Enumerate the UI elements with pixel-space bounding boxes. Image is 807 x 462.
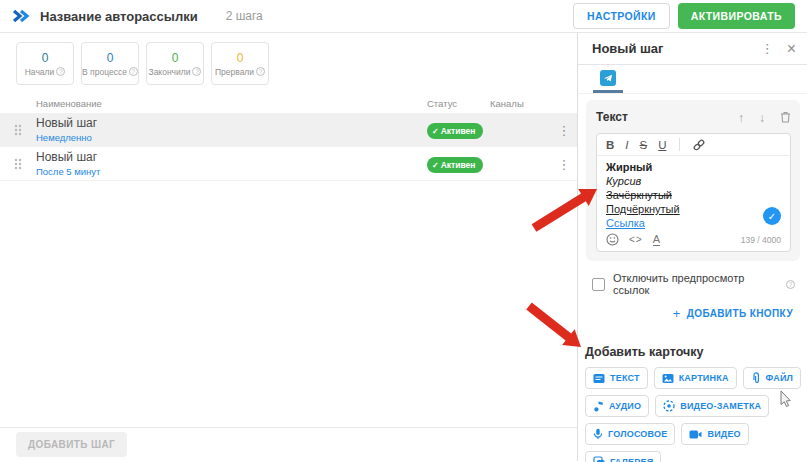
step-name: Новый шаг (36, 151, 427, 164)
plus-icon (673, 306, 681, 321)
info-icon[interactable] (192, 67, 201, 76)
bold-button[interactable]: B (606, 139, 614, 151)
saved-check-icon (763, 207, 781, 225)
chip-file[interactable]: ФАЙЛ (743, 367, 802, 389)
table-header: Наименование Статус Каналы (0, 93, 577, 113)
panel-menu-icon[interactable] (761, 44, 774, 54)
music-note-icon (593, 400, 604, 412)
step-editor-panel: Новый шаг Текст B (577, 33, 807, 461)
strikethrough-button[interactable]: S (640, 139, 648, 151)
editor-line-underline: Подчёркнутый (606, 202, 781, 216)
rich-text-editor[interactable]: B I S U Жирный Курсив Зачёркнутый Подчёр… (596, 133, 791, 252)
chip-video-note[interactable]: ВИДЕО-ЗАМЕТКА (655, 395, 769, 417)
stats-row: 0 Начали 0 В процессе 0 Закончили 0 Прер… (0, 33, 577, 93)
steps-list-area: 0 Начали 0 В процессе 0 Закончили 0 Прер… (0, 33, 577, 461)
char-counter: 139 / 4000 (741, 235, 781, 245)
stat-label: Начали (25, 67, 55, 77)
trash-icon[interactable] (780, 111, 791, 123)
column-status: Статус (427, 98, 490, 109)
step-schedule: Немедленно (36, 132, 427, 143)
panel-title: Новый шаг (592, 41, 761, 56)
step-name: Новый шаг (36, 117, 427, 130)
close-icon[interactable] (787, 43, 796, 55)
text-icon (593, 373, 605, 384)
activate-button[interactable]: АКТИВИРОВАТЬ (678, 3, 795, 29)
video-note-icon (663, 400, 675, 412)
settings-button[interactable]: НАСТРОЙКИ (573, 3, 670, 29)
stat-value: 0 (42, 51, 49, 65)
toolbar-divider (679, 138, 680, 151)
paperclip-icon (751, 372, 761, 384)
add-button-button[interactable]: ДОБАВИТЬ КНОПКУ (673, 306, 793, 321)
channel-tabs (578, 65, 807, 94)
check-icon (432, 160, 439, 170)
move-down-icon[interactable] (759, 108, 765, 126)
stat-card-in-progress: 0 В процессе (81, 42, 139, 85)
add-card-title: Добавить карточку (585, 345, 807, 359)
card-type-chips: ТЕКСТ КАРТИНКА ФАЙЛ АУДИО ВИДЕО-ЗАМЕТКА … (585, 367, 802, 462)
image-icon (662, 373, 674, 384)
stat-card-started: 0 Начали (16, 42, 74, 85)
editor-line-strikethrough: Зачёркнутый (606, 188, 781, 202)
editor-content[interactable]: Жирный Курсив Зачёркнутый Подчёркнутый С… (597, 156, 790, 231)
stat-value: 0 (107, 51, 114, 65)
info-icon[interactable] (256, 67, 265, 76)
card-title: Текст (596, 110, 738, 124)
row-menu-icon[interactable] (558, 157, 571, 172)
emoji-icon[interactable] (606, 233, 619, 246)
stat-label: Прервали (215, 67, 254, 77)
microphone-icon (593, 428, 603, 440)
telegram-icon (600, 70, 616, 86)
chip-video[interactable]: ВИДЕО (681, 423, 748, 445)
tab-telegram[interactable] (593, 65, 623, 93)
row-menu-icon[interactable] (558, 123, 571, 138)
editor-line-link[interactable]: Ссылка (606, 216, 781, 230)
gallery-icon (593, 456, 605, 462)
stat-label: В процессе (82, 67, 127, 77)
drag-handle-icon[interactable] (0, 124, 36, 136)
editor-bottom-bar: 139 / 4000 (597, 231, 790, 251)
page-title: Название авторассылки (40, 9, 198, 24)
check-icon (432, 126, 439, 136)
stat-value: 0 (237, 51, 244, 65)
chip-audio[interactable]: АУДИО (585, 395, 649, 417)
table-row[interactable]: Новый шаг Немедленно Активен (0, 113, 577, 147)
text-format-icon[interactable] (653, 234, 660, 246)
move-up-icon[interactable] (738, 108, 744, 126)
info-icon[interactable] (129, 67, 138, 76)
broadcast-logo-icon (12, 7, 32, 25)
steps-count: 2 шага (226, 9, 263, 23)
chip-voice[interactable]: ГОЛОСОВОЕ (585, 423, 675, 445)
status-badge: Активен (427, 123, 483, 139)
stat-card-interrupted: 0 Прервали (211, 42, 269, 85)
stat-value: 0 (172, 51, 179, 65)
text-card: Текст B I S U Жирный Курс (586, 100, 800, 261)
step-schedule: После 5 минут (36, 166, 427, 177)
editor-line-italic: Курсив (606, 174, 781, 188)
stat-label: Закончили (149, 67, 191, 77)
info-icon[interactable] (56, 67, 65, 76)
info-icon[interactable] (786, 280, 795, 289)
column-channels: Каналы (490, 98, 551, 109)
link-preview-row: Отключить предпросмотр ссылок (592, 272, 795, 296)
table-row[interactable]: Новый шаг После 5 минут Активен (0, 147, 577, 181)
add-step-button[interactable]: ДОБАВИТЬ ШАГ (16, 432, 127, 457)
chip-gallery[interactable]: ГАЛЕРЕЯ (585, 451, 661, 462)
link-icon[interactable] (692, 138, 706, 152)
status-badge: Активен (427, 157, 483, 173)
chip-image[interactable]: КАРТИНКА (654, 367, 737, 389)
stat-card-finished: 0 Закончили (146, 42, 204, 85)
column-name: Наименование (36, 98, 427, 109)
video-icon (689, 429, 702, 440)
link-preview-checkbox[interactable] (592, 278, 605, 291)
chip-text[interactable]: ТЕКСТ (585, 367, 648, 389)
top-bar: Название авторассылки 2 шага НАСТРОЙКИ А… (0, 0, 807, 33)
italic-button[interactable]: I (625, 139, 628, 151)
drag-handle-icon[interactable] (0, 158, 36, 170)
panel-header: Новый шаг (578, 33, 807, 65)
underline-button[interactable]: U (658, 139, 666, 151)
code-icon[interactable] (629, 234, 643, 245)
left-footer: ДОБАВИТЬ ШАГ (0, 427, 577, 461)
editor-line-bold: Жирный (606, 160, 781, 174)
link-preview-label: Отключить предпросмотр ссылок (613, 272, 778, 296)
